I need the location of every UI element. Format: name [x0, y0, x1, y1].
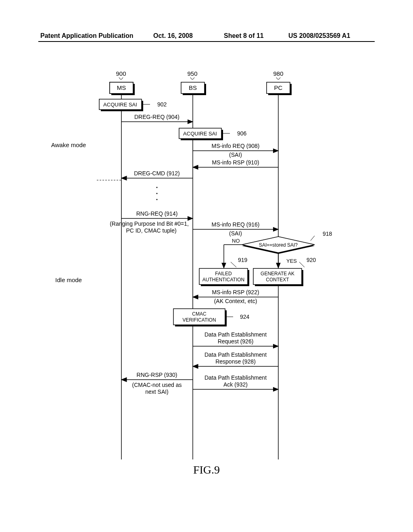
step-916b: (SAI) — [229, 230, 242, 237]
sequence-diagram: 900 MS 950 BS 980 PC ACQUIRE SAI — [0, 69, 413, 465]
step-922a: MS-info RSP (922) — [212, 289, 259, 295]
header-rule — [38, 41, 375, 42]
step-926a: Data Path Establishment — [204, 331, 267, 338]
step-906-label: ACQUIRE SAI — [183, 131, 217, 137]
step-914b2: PC ID, CMAC tuple) — [126, 227, 176, 234]
step-920-l1: GENERATE AK — [261, 271, 294, 276]
step-919-l1: FAILED — [215, 271, 232, 276]
step-930a: RNG-RSP (930) — [137, 372, 177, 378]
step-908b: (SAI) — [229, 152, 242, 158]
decision-yes: YES — [286, 258, 297, 264]
step-906-num: 906 — [237, 130, 247, 137]
svg-line-11 — [299, 262, 305, 267]
step-914b1: (Ranging Purpose Ind Bit #0=1, — [110, 220, 189, 227]
awake-mode-label: Awake mode — [51, 141, 86, 148]
svg-line-8 — [311, 236, 315, 241]
step-902-num: 902 — [157, 101, 167, 108]
step-920-l2: CONTEXT — [266, 277, 289, 283]
step-932b: Ack (932) — [223, 381, 248, 388]
decision-no: NO — [232, 238, 240, 244]
step-924-num: 924 — [240, 314, 250, 320]
step-914: RNG-REQ (914) — [136, 210, 178, 217]
step-908a: MS-info REQ (908) — [211, 143, 259, 149]
step-930b2: next SAI) — [145, 389, 169, 395]
header-pubno: US 2008/0253569 A1 — [288, 32, 350, 39]
step-926b: Request (926) — [218, 338, 254, 345]
pc-label: PC — [274, 84, 283, 91]
decision-text: SAI==stored SAI? — [259, 242, 298, 248]
step-924-l1: CMAC — [192, 311, 206, 317]
svg-point-7 — [156, 199, 158, 200]
step-916a: MS-info REQ (916) — [211, 221, 259, 228]
idle-mode-label: Idle mode — [55, 276, 82, 283]
step-924-l2: VERIFICATION — [182, 317, 216, 323]
step-928a: Data Path Establishment — [204, 351, 267, 358]
svg-line-9 — [231, 262, 236, 267]
svg-point-6 — [156, 193, 158, 194]
page: Patent Application Publication Oct. 16, … — [0, 0, 413, 532]
step-919-l2: AUTHENTICATION — [202, 277, 244, 283]
step-930b1: (CMAC-not used as — [132, 382, 182, 388]
step-904: DREG-REQ (904) — [134, 114, 179, 120]
header-date: Oct. 16, 2008 — [153, 32, 193, 39]
step-902-label: ACQUIRE SAI — [103, 102, 137, 108]
ms-label: MS — [117, 84, 126, 91]
step-910: MS-info RSP (910) — [212, 159, 259, 166]
bs-ref: 950 — [187, 70, 197, 77]
bs-label: BS — [189, 84, 197, 91]
header-sheet: Sheet 8 of 11 — [224, 32, 264, 39]
header-publication: Patent Application Publication — [40, 32, 133, 39]
step-919-num: 919 — [238, 257, 248, 263]
step-912: DREG-CMD (912) — [134, 170, 180, 177]
decision-918: 918 — [323, 231, 332, 237]
figure-caption: FIG.9 — [0, 463, 413, 476]
step-932a: Data Path Establishment — [204, 374, 267, 381]
pc-ref: 980 — [273, 70, 283, 77]
svg-point-5 — [156, 187, 158, 188]
step-920-num: 920 — [307, 257, 316, 263]
step-922b: (AK Context, etc) — [214, 298, 257, 304]
step-928b: Response (928) — [215, 358, 256, 365]
ms-ref: 900 — [116, 70, 126, 77]
